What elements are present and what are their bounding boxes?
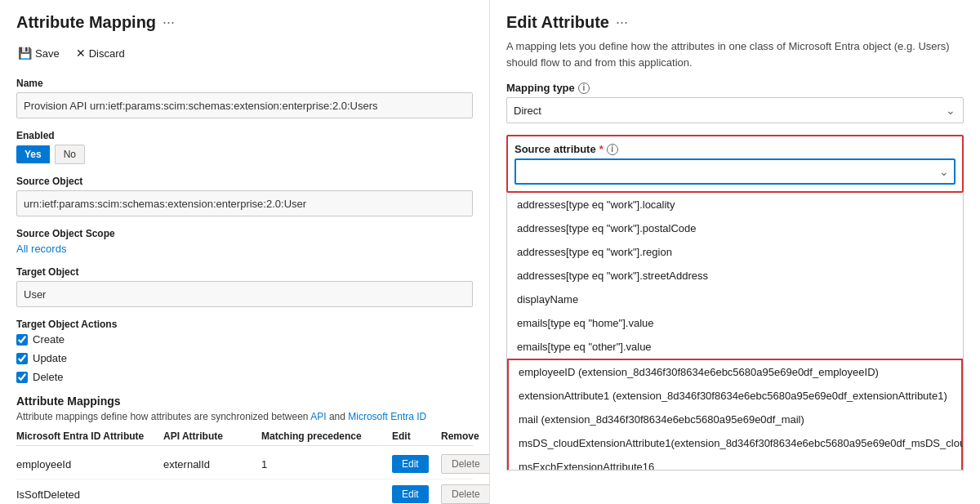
left-panel: Attribute Mapping ··· 💾 Save ✕ Discard N…	[0, 0, 490, 504]
source-attr-label: Source attribute * i	[514, 143, 956, 155]
api-link[interactable]: API	[310, 411, 326, 422]
row-entra-attr: IsSoftDeleted	[16, 488, 163, 501]
name-input[interactable]	[16, 92, 473, 118]
name-field-group: Name	[16, 78, 473, 118]
mapping-type-text: Mapping type	[506, 82, 575, 94]
update-label: Update	[33, 352, 67, 364]
dropdown-item[interactable]: addresses[type eq "work"].streetAddress	[507, 264, 963, 288]
entra-link[interactable]: Microsoft Entra ID	[348, 411, 426, 422]
target-object-actions-group: Target Object Actions Create Update Dele…	[16, 319, 473, 383]
attribute-mappings-desc: Attribute mappings define how attributes…	[16, 411, 473, 422]
row-edit-button[interactable]: Edit	[392, 455, 429, 473]
row-edit-button[interactable]: Edit	[392, 485, 429, 503]
source-object-input[interactable]	[16, 190, 473, 216]
save-icon: 💾	[18, 47, 32, 60]
dropdown-item[interactable]: employeeID (extension_8d346f30f8634e6ebc…	[509, 360, 961, 384]
enabled-field-group: Enabled Yes No	[16, 130, 473, 164]
mapping-type-select-wrapper: DirectConstantExpression	[506, 97, 964, 123]
enabled-label: Enabled	[16, 130, 473, 141]
mapping-type-label: Mapping type i	[506, 82, 964, 94]
dropdown-item[interactable]: extensionAttribute1 (extension_8d346f30f…	[509, 384, 961, 408]
row-matching: 1	[261, 458, 392, 471]
source-object-scope-label: Source Object Scope	[16, 228, 473, 239]
right-title-ellipsis[interactable]: ···	[616, 14, 628, 31]
update-checkbox[interactable]	[16, 353, 28, 364]
target-object-actions-label: Target Object Actions	[16, 319, 473, 330]
mapping-type-select[interactable]: DirectConstantExpression	[506, 97, 964, 123]
col-edit: Edit	[392, 430, 441, 442]
discard-label: Discard	[89, 47, 125, 60]
desc-pre: Attribute mappings define how attributes…	[16, 411, 310, 422]
col-entra-attr: Microsoft Entra ID Attribute	[16, 430, 163, 442]
table-row: IsSoftDeleted Edit Delete	[16, 479, 473, 504]
update-checkbox-group: Update	[16, 352, 473, 364]
dropdown-item[interactable]: mail (extension_8d346f30f8634e6ebc5680a9…	[509, 408, 961, 431]
create-checkbox[interactable]	[16, 334, 28, 346]
dropdown-item[interactable]: displayName	[507, 288, 963, 311]
dropdown-item[interactable]: msExchExtensionAttribute16 (extension_8d…	[509, 455, 961, 471]
delete-checkbox-group: Delete	[16, 371, 473, 383]
source-attr-input[interactable]	[514, 158, 956, 185]
right-panel-title: Edit Attribute ···	[506, 13, 964, 32]
delete-checkbox[interactable]	[16, 372, 28, 383]
create-label: Create	[33, 333, 65, 346]
save-button[interactable]: 💾 Save	[16, 43, 61, 63]
row-delete-button[interactable]: Delete	[441, 454, 490, 474]
target-object-input[interactable]	[16, 281, 473, 307]
toggle-no-button[interactable]: No	[55, 145, 85, 164]
source-attr-dropdown: addresses[type eq "work"].localityaddres…	[506, 193, 964, 471]
table-row: employeeId externalId 1 Edit Delete	[16, 449, 473, 479]
all-records-link[interactable]: All records	[16, 243, 66, 255]
col-remove: Remove	[441, 430, 490, 442]
dropdown-item[interactable]: addresses[type eq "work"].locality	[507, 193, 963, 216]
name-label: Name	[16, 78, 473, 89]
left-title-ellipsis[interactable]: ···	[163, 14, 175, 31]
desc-mid: and	[327, 411, 349, 422]
source-object-scope-group: Source Object Scope All records	[16, 228, 473, 255]
col-api-attr: API Attribute	[163, 430, 261, 442]
source-object-field-group: Source Object	[16, 176, 473, 216]
col-matching: Matching precedence	[261, 430, 392, 442]
target-object-label: Target Object	[16, 266, 473, 278]
target-object-field-group: Target Object	[16, 266, 473, 307]
attribute-mappings-table: employeeId externalId 1 Edit Delete IsSo…	[16, 449, 473, 504]
row-delete-button[interactable]: Delete	[441, 484, 490, 504]
source-object-label: Source Object	[16, 176, 473, 187]
right-description: A mapping lets you define how the attrib…	[506, 38, 964, 70]
toolbar: 💾 Save ✕ Discard	[16, 43, 473, 63]
required-star: *	[599, 143, 604, 155]
right-panel: Edit Attribute ··· A mapping lets you de…	[490, 0, 980, 504]
row-entra-attr: employeeId	[16, 458, 163, 471]
source-attribute-section: Source attribute * i ⌄	[506, 135, 964, 193]
dropdown-item[interactable]: addresses[type eq "work"].region	[507, 240, 963, 264]
edit-attribute-title: Edit Attribute	[506, 13, 609, 32]
dropdown-item[interactable]: emails[type eq "home"].value	[507, 311, 963, 335]
dropdown-item[interactable]: addresses[type eq "work"].postalCode	[507, 216, 963, 240]
source-attr-input-wrapper: ⌄	[514, 158, 956, 185]
enabled-toggle: Yes No	[16, 145, 473, 164]
table-header: Microsoft Entra ID Attribute API Attribu…	[16, 430, 473, 446]
dropdown-item[interactable]: msDS_cloudExtensionAttribute1(extension_…	[509, 431, 961, 455]
attribute-mapping-title: Attribute Mapping	[16, 13, 156, 32]
row-api-attr: externalId	[163, 458, 261, 471]
discard-icon: ✕	[76, 47, 86, 60]
dropdown-item[interactable]: emails[type eq "other"].value	[507, 335, 963, 359]
create-checkbox-group: Create	[16, 333, 473, 346]
save-label: Save	[35, 47, 60, 60]
toggle-yes-button[interactable]: Yes	[16, 145, 50, 163]
attribute-mappings-title: Attribute Mappings	[16, 395, 473, 408]
source-attr-text: Source attribute	[514, 143, 596, 155]
mapping-type-info-icon: i	[578, 83, 590, 94]
left-panel-title: Attribute Mapping ···	[16, 13, 473, 32]
highlighted-group: employeeID (extension_8d346f30f8634e6ebc…	[507, 359, 963, 471]
discard-button[interactable]: ✕ Discard	[74, 43, 127, 63]
source-attr-info-icon: i	[607, 144, 618, 155]
delete-label: Delete	[33, 371, 64, 383]
